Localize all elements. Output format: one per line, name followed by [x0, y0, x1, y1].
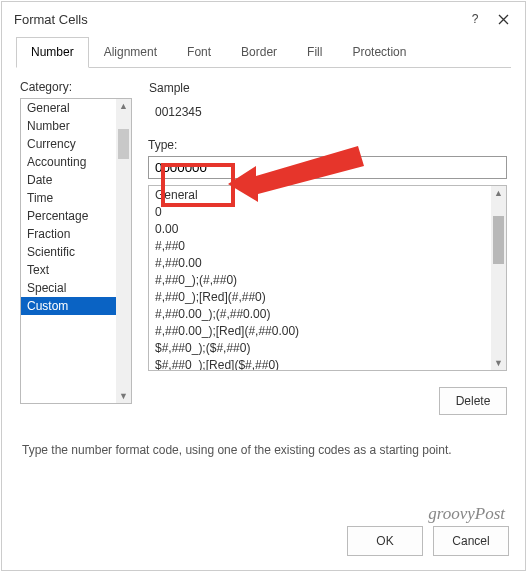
type-label: Type:: [148, 138, 507, 152]
format-item[interactable]: #,##0.00_);(#,##0.00): [149, 305, 506, 322]
category-item[interactable]: General: [21, 99, 131, 117]
watermark: groovyPost: [428, 504, 505, 524]
category-item[interactable]: Time: [21, 189, 131, 207]
category-listbox[interactable]: General Number Currency Accounting Date …: [20, 98, 132, 404]
scrollbar[interactable]: ▲ ▼: [491, 186, 506, 370]
tab-protection[interactable]: Protection: [337, 37, 421, 68]
format-detail: Sample 0012345 Type: General 0 0.00 #,##…: [132, 80, 507, 415]
dialog-body: Number Alignment Font Border Fill Protec…: [2, 32, 525, 467]
category-label: Category:: [20, 80, 132, 94]
category-column: Category: General Number Currency Accoun…: [20, 80, 132, 415]
category-item[interactable]: Custom: [21, 297, 131, 315]
category-item[interactable]: Accounting: [21, 153, 131, 171]
format-item[interactable]: #,##0.00_);[Red](#,##0.00): [149, 322, 506, 339]
dialog-window: Format Cells ? Number Alignment Font Bor…: [1, 1, 526, 571]
scrollbar[interactable]: ▲ ▼: [116, 99, 131, 403]
format-item[interactable]: $#,##0_);($#,##0): [149, 339, 506, 356]
delete-button[interactable]: Delete: [439, 387, 507, 415]
category-item[interactable]: Special: [21, 279, 131, 297]
scroll-thumb[interactable]: [493, 216, 504, 264]
scroll-thumb[interactable]: [118, 129, 129, 159]
format-item[interactable]: 0: [149, 203, 506, 220]
format-item[interactable]: #,##0_);(#,##0): [149, 271, 506, 288]
category-item[interactable]: Date: [21, 171, 131, 189]
chevron-down-icon[interactable]: ▼: [491, 356, 506, 370]
tab-border[interactable]: Border: [226, 37, 292, 68]
category-item[interactable]: Scientific: [21, 243, 131, 261]
format-item[interactable]: 0.00: [149, 220, 506, 237]
tab-number[interactable]: Number: [16, 37, 89, 68]
tab-alignment[interactable]: Alignment: [89, 37, 172, 68]
format-item[interactable]: $#,##0_);[Red]($#,##0): [149, 356, 506, 371]
tab-bar: Number Alignment Font Border Fill Protec…: [16, 36, 511, 68]
format-item[interactable]: #,##0: [149, 237, 506, 254]
dialog-footer: OK Cancel: [2, 526, 525, 570]
close-button[interactable]: [489, 8, 517, 30]
format-item[interactable]: #,##0.00: [149, 254, 506, 271]
tab-font[interactable]: Font: [172, 37, 226, 68]
format-item[interactable]: #,##0_);[Red](#,##0): [149, 288, 506, 305]
category-item[interactable]: Percentage: [21, 207, 131, 225]
category-item[interactable]: Text: [21, 261, 131, 279]
titlebar: Format Cells ?: [2, 2, 525, 32]
chevron-up-icon[interactable]: ▲: [491, 186, 506, 200]
close-icon: [498, 14, 509, 25]
tab-fill[interactable]: Fill: [292, 37, 337, 68]
chevron-up-icon[interactable]: ▲: [116, 99, 131, 113]
type-input[interactable]: [148, 156, 507, 179]
sample-label: Sample: [149, 81, 506, 95]
format-item[interactable]: General: [149, 186, 506, 203]
help-button[interactable]: ?: [461, 8, 489, 30]
category-item[interactable]: Number: [21, 117, 131, 135]
cancel-button[interactable]: Cancel: [433, 526, 509, 556]
hint-text: Type the number format code, using one o…: [22, 443, 505, 457]
chevron-down-icon[interactable]: ▼: [116, 389, 131, 403]
sample-value: 0012345: [149, 99, 506, 127]
ok-button[interactable]: OK: [347, 526, 423, 556]
format-listbox[interactable]: General 0 0.00 #,##0 #,##0.00 #,##0_);(#…: [148, 185, 507, 371]
sample-group: Sample 0012345: [148, 80, 507, 128]
category-item[interactable]: Currency: [21, 135, 131, 153]
category-item[interactable]: Fraction: [21, 225, 131, 243]
tab-content: Category: General Number Currency Accoun…: [16, 68, 511, 457]
window-title: Format Cells: [14, 12, 461, 27]
